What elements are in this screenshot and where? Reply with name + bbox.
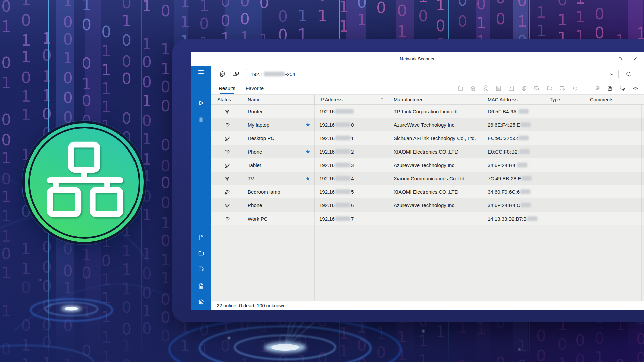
manufacturer-cell — [389, 212, 483, 225]
close-button[interactable] — [628, 52, 643, 66]
device-row-work-pc[interactable]: Work PC192.16714:13:33:02:B7:B — [211, 212, 644, 225]
save-results-button[interactable] — [607, 85, 613, 92]
type-cell — [545, 172, 585, 185]
minimize-button[interactable] — [597, 52, 612, 66]
binary-digit: 0 — [318, 351, 327, 362]
ip-range-input[interactable]: 192.1 -254 — [246, 69, 619, 79]
binary-digit: 0 — [240, 0, 250, 9]
shared-folders-button[interactable] — [546, 85, 553, 92]
binary-digit: 1 — [1, 189, 11, 204]
erase-results-button[interactable] — [620, 85, 626, 92]
web-browser-button[interactable] — [521, 85, 527, 92]
device-row-tablet[interactable]: Tablet192.163AzureWave Technology Inc.34… — [211, 158, 644, 172]
device-row-phone[interactable]: Phone192.166AzureWave Technology Inc.34:… — [211, 198, 644, 212]
export-file-button[interactable] — [196, 281, 206, 291]
ip-prefix: 192.16 — [319, 162, 335, 168]
binary-digit: 1 — [142, 0, 152, 14]
status-cell — [211, 185, 243, 198]
binary-digit: 0 — [357, 356, 367, 362]
maximize-button[interactable] — [612, 52, 628, 66]
settings-button[interactable] — [196, 296, 206, 307]
binary-digit: 1 — [161, 41, 170, 57]
remote-desktop-button[interactable] — [534, 85, 540, 92]
binary-digit: 1 — [122, 13, 131, 28]
binary-digit: 0 — [142, 266, 152, 281]
binary-digit: 1 — [1, 150, 11, 166]
message-add-icon — [559, 85, 566, 92]
open-file-button[interactable] — [457, 85, 464, 92]
device-row-bedroom-lamp[interactable]: Bedroom lamp192.165XIAOMI Electronics,CO… — [211, 185, 644, 198]
terminal-session-button[interactable] — [508, 85, 515, 92]
binary-digit: 0 — [575, 333, 585, 348]
column-divider — [641, 105, 642, 301]
search-button[interactable] — [625, 71, 632, 77]
favorite-star-icon[interactable] — [305, 149, 311, 155]
binary-digit: 1 — [418, 353, 428, 362]
favorite-star-icon[interactable] — [305, 122, 311, 128]
binary-digit: 1 — [436, 0, 445, 13]
tab-results[interactable]: Results — [219, 82, 235, 94]
column-header-mac-address[interactable]: MAC Address — [483, 95, 545, 104]
pause-scan-button[interactable] — [196, 114, 206, 125]
toolbar-separator — [586, 84, 586, 92]
device-row-my-laptop[interactable]: My laptop192.160AzureWave Technology Inc… — [211, 118, 644, 131]
status-cell — [211, 131, 243, 145]
column-header-manufacturer[interactable]: Manufacturer — [389, 95, 483, 104]
column-header-type[interactable]: Type — [545, 95, 585, 104]
binary-digit: 1 — [458, 358, 467, 362]
menu-button[interactable] — [196, 67, 206, 77]
screen-connect-button[interactable] — [231, 70, 240, 78]
ssh-session-button[interactable]: SSH — [495, 85, 502, 92]
table-header: StatusNameIP AddressManufacturerMAC Addr… — [211, 94, 644, 105]
globe-icon — [521, 85, 527, 92]
column-header-ip-address[interactable]: IP Address — [315, 95, 389, 104]
network-scanner-logo — [22, 121, 146, 244]
ip-cell: 192.166 — [315, 198, 389, 212]
binary-digit: 1 — [298, 353, 307, 362]
device-row-phone[interactable]: Phone192.162XIAOMI Electronics,CO.,LTDE0… — [211, 145, 644, 158]
device-row-desktop-pc[interactable]: Desktop PC192.161Sichuan AI-Link Technol… — [211, 131, 644, 145]
device-row-tv[interactable]: TV192.164Xiaomi Communications Co Ltd7C:… — [211, 172, 644, 185]
binary-digit: 1 — [21, 0, 31, 7]
binary-digit: 0 — [575, 352, 585, 362]
column-divider — [243, 105, 243, 301]
open-folder-button[interactable] — [196, 248, 206, 258]
binary-digit: 1 — [180, 14, 190, 30]
redacted-mac-segment — [521, 203, 531, 207]
new-file-button[interactable] — [196, 232, 206, 243]
globe-search-button[interactable] — [218, 70, 227, 78]
lan-topology-button[interactable] — [483, 85, 489, 92]
binary-digit: 0 — [557, 0, 567, 8]
binary-digit: 0 — [397, 3, 407, 18]
start-scan-button[interactable] — [196, 98, 206, 108]
device-row-router[interactable]: Router192.16TP-Link Corporation LimitedD… — [211, 105, 644, 118]
redacted-ip-segment — [335, 216, 350, 221]
binary-digit: 0 — [161, 3, 170, 19]
column-label: Manufacturer — [394, 97, 422, 102]
shutdown-button[interactable] — [572, 85, 578, 92]
binary-digit: 0 — [122, 321, 131, 337]
folder-icon — [198, 250, 205, 257]
send-message-button[interactable] — [559, 85, 566, 92]
radmin-button[interactable] — [594, 85, 600, 92]
save-button[interactable] — [196, 263, 206, 274]
home-network-button[interactable] — [470, 85, 476, 92]
maximize-icon — [618, 56, 623, 61]
watch-device-button[interactable] — [632, 85, 639, 92]
chevron-down-icon[interactable] — [609, 71, 615, 78]
binary-digit: 1 — [161, 270, 170, 286]
floppy-icon — [607, 85, 613, 92]
binary-digit: 0 — [517, 0, 527, 8]
tab-favorite[interactable]: Favorite — [246, 82, 264, 94]
wifi-online-icon — [224, 121, 231, 128]
binary-digit: 0 — [357, 0, 367, 10]
column-header-status[interactable]: Status — [211, 95, 243, 104]
ip-prefix: 192.16 — [319, 122, 335, 128]
column-header-name[interactable]: Name — [243, 95, 315, 104]
binary-digit: 1 — [517, 338, 527, 353]
mac-prefix: E0:CC:F8:B2: — [488, 149, 519, 155]
column-header-comments[interactable]: Comments — [585, 95, 644, 104]
name-cell: Bedroom lamp — [243, 185, 315, 198]
terminal-icon — [508, 85, 515, 92]
favorite-star-icon[interactable] — [305, 176, 311, 181]
